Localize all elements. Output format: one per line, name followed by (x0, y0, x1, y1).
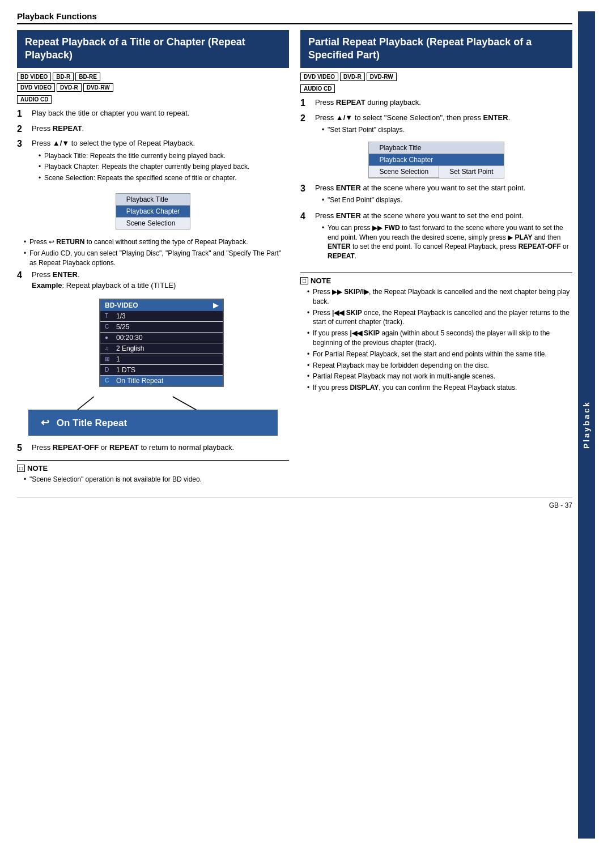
page-header: Playback Functions (17, 11, 572, 24)
left-menu-display: Playback Title Playback Chapter Scene Se… (17, 190, 289, 233)
step-2-left: 2 Press REPEAT. (17, 124, 289, 135)
bullet-audio-cd: For Audio CD, you can select "Playing Di… (24, 249, 289, 268)
left-badges-row1: BD VIDEO BD-R BD-RE (17, 73, 289, 81)
right-badges-row1: DVD VIDEO DVD-R DVD-RW (300, 73, 572, 81)
right-note-bullet-7: If you press DISPLAY, you can confirm th… (307, 383, 572, 393)
right-note-bullet-4: For Partial Repeat Playback, set the sta… (307, 350, 572, 359)
osd-row-audio: ♫2 English (100, 343, 223, 354)
right-step-num-2: 2 (300, 113, 312, 125)
right-step-1-content: Press REPEAT during playback. (315, 97, 572, 108)
bullet-return: Press ↩ RETURN to cancel without setting… (24, 237, 289, 247)
note-icon-right: □ (300, 277, 308, 284)
note-icon-left: □ (17, 465, 25, 472)
menu-scene-selection: Scene Selection (116, 218, 190, 229)
step-4-left: 4 Press ENTER. Example: Repeat playback … (17, 270, 289, 290)
right-section: Partial Repeat Playback (Repeat Playback… (300, 30, 572, 486)
badge-dvd-r: DVD-R (57, 83, 82, 92)
right-note-bullet-3: If you press |◀◀ SKIP again (within abou… (307, 329, 572, 348)
after-menu-bullets: Press ↩ RETURN to cancel without setting… (17, 237, 289, 267)
right-section-title: Partial Repeat Playback (Repeat Playback… (300, 30, 572, 68)
right-step-4: 4 Press ENTER at the scene where you wan… (300, 211, 572, 263)
badge-bd-video: BD VIDEO (17, 73, 51, 81)
right-step-2-content: Press ▲/▼ to select "Scene Selection", t… (315, 113, 572, 137)
badge-dvd-video: DVD VIDEO (17, 83, 55, 92)
left-badges-row2: DVD VIDEO DVD-R DVD-RW (17, 83, 289, 92)
step-num-4: 4 (17, 270, 28, 282)
badge-dvd-rw: DVD-RW (83, 83, 113, 92)
right-step-num-1: 1 (300, 97, 312, 109)
osd-row-title: T1/3 (100, 311, 223, 322)
right-menu-display: Playback Title Playback Chapter Scene Se… (300, 142, 572, 178)
osd-row-repeat: COn Title Repeat (100, 376, 223, 386)
badge-dvd-r-r: DVD-R (340, 73, 365, 81)
osd-display: BD-VIDEO ▶ T1/3 C5/25 ●00:20:30 (99, 299, 224, 387)
right-step-2: 2 Press ▲/▼ to select "Scene Selection",… (300, 113, 572, 137)
example-text: Repeat playback of a title (TITLE) (66, 281, 176, 290)
left-note-title: □ NOTE (17, 464, 289, 473)
bullet-playback-chapter: Playback Chapter: Repeats the chapter cu… (39, 162, 289, 172)
right-note-bullet-1: Press ▶▶ SKIP/I▶, the Repeat Playback is… (307, 287, 572, 307)
right-step-4-content: Press ENTER at the scene where you want … (315, 211, 572, 263)
right-step-2-bullets: "Set Start Point" displays. (315, 125, 572, 135)
playback-sidebar: Playback (578, 11, 595, 839)
step-num-3: 3 (17, 138, 28, 150)
badge-dvd-video-r: DVD VIDEO (300, 73, 338, 81)
right-note-bullet-5: Repeat Playback may be forbidden dependi… (307, 361, 572, 371)
right-step-num-3: 3 (300, 183, 312, 195)
step-3-bullets: Playback Title: Repeats the title curren… (32, 151, 289, 183)
badge-audio-cd-left: AUDIO CD (17, 95, 52, 104)
step-1-content: Play back the title or chapter you want … (32, 108, 289, 118)
step-num-2: 2 (17, 124, 28, 135)
osd-row-time: ●00:20:30 (100, 333, 223, 343)
osd-row-chapter: C5/25 (100, 322, 223, 333)
repeat-icon: ↩ (41, 417, 49, 428)
step-3-content: Press ▲/▼ to select the type of Repeat P… (32, 138, 289, 185)
right-note-bullets: Press ▶▶ SKIP/I▶, the Repeat Playback is… (300, 287, 572, 393)
left-note: □ NOTE "Scene Selection" operation is no… (17, 460, 289, 484)
right-bullet-end-point: "Set End Point" displays. (322, 195, 572, 205)
badge-bd-re: BD-RE (75, 73, 100, 81)
right-step-num-4: 4 (300, 211, 312, 223)
menu-playback-chapter: Playback Chapter (116, 206, 190, 218)
step-3-left: 3 Press ▲/▼ to select the type of Repeat… (17, 138, 289, 185)
bullet-scene-selection: Scene Selection: Repeats the specified s… (39, 173, 289, 183)
right-bullet-start-point: "Set Start Point" displays. (322, 125, 572, 135)
right-step-1: 1 Press REPEAT during playback. (300, 97, 572, 109)
right-menu-title: Playback Title (369, 142, 503, 154)
left-note-bullets: "Scene Selection" operation is not avail… (17, 475, 289, 484)
right-menu-scene: Scene Selection (369, 166, 439, 178)
right-step-3: 3 Press ENTER at the scene where you wan… (300, 183, 572, 207)
right-note-bullet-2: Press |◀◀ SKIP once, the Repeat Playback… (307, 308, 572, 327)
badge-audio-cd-right: AUDIO CD (300, 84, 335, 93)
osd-row-sub: ⊞1 (100, 354, 223, 365)
right-note-bullet-6: Partial Repeat Playback may not work in … (307, 372, 572, 381)
right-menu-start: Set Start Point (439, 166, 503, 178)
right-step-4-bullets: You can press ▶▶ FWD to fast forward to … (315, 223, 572, 261)
right-step-3-bullets: "Set End Point" displays. (315, 195, 572, 205)
bullet-playback-title: Playback Title: Repeats the title curren… (39, 151, 289, 161)
right-menu-chapter: Playback Chapter (369, 154, 503, 166)
osd-header: BD-VIDEO ▶ (100, 300, 223, 311)
step-5-left: 5 Press REPEAT-OFF or REPEAT to return t… (17, 442, 289, 454)
osd-row-dts: D1 DTS (100, 365, 223, 376)
step-4-content: Press ENTER. Example: Repeat playback of… (32, 270, 289, 290)
left-note-bullet-1: "Scene Selection" operation is not avail… (24, 475, 289, 484)
right-menu-box: Playback Title Playback Chapter Scene Se… (368, 142, 504, 178)
left-section-title: Repeat Playback of a Title or Chapter (R… (17, 30, 289, 68)
menu-playback-title: Playback Title (116, 194, 190, 206)
badge-bd-r: BD-R (53, 73, 74, 81)
right-step-3-content: Press ENTER at the scene where you want … (315, 183, 572, 207)
example-label: Example (32, 281, 62, 290)
right-bullet-fwd: You can press ▶▶ FWD to fast forward to … (322, 223, 572, 261)
right-menu-row: Scene Selection Set Start Point (369, 166, 503, 178)
right-note-title: □ NOTE (300, 276, 572, 285)
left-menu-box: Playback Title Playback Chapter Scene Se… (116, 193, 191, 229)
callout-repeat: ↩ On Title Repeat (28, 410, 278, 436)
step-num-5: 5 (17, 442, 28, 454)
step-1-left: 1 Play back the title or chapter you wan… (17, 108, 289, 120)
badge-dvd-rw-r: DVD-RW (367, 73, 397, 81)
right-note: □ NOTE Press ▶▶ SKIP/I▶, the Repeat Play… (300, 273, 572, 393)
step-num-1: 1 (17, 108, 28, 120)
step-2-content: Press REPEAT. (32, 124, 289, 134)
page-number: GB - 37 (549, 501, 572, 509)
